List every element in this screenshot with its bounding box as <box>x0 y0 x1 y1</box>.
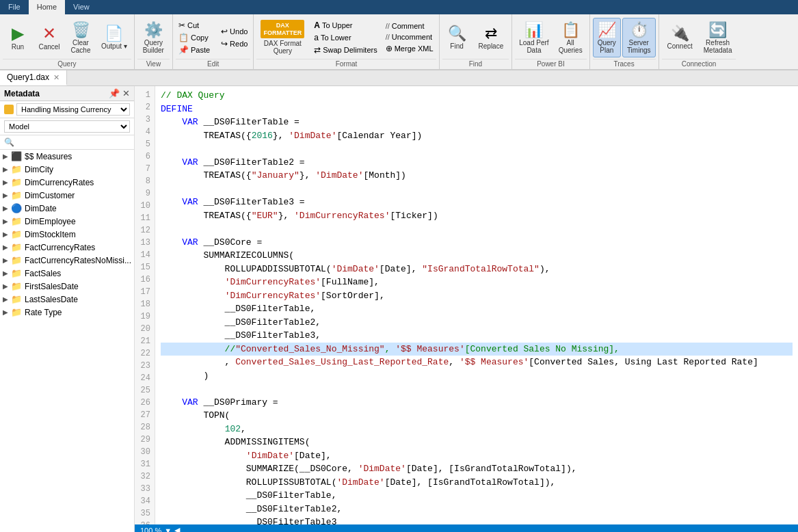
output-button[interactable]: 📄 Output ▾ <box>97 22 131 53</box>
clear-cache-icon: 🗑️ <box>72 21 90 39</box>
tree-expand-icon: ▶ <box>3 282 11 290</box>
undo-label: Undo <box>230 27 248 36</box>
tree-item-lastsalesdate[interactable]: ▶ 📁 LastSalesDate <box>0 293 134 306</box>
sidebar-perspective-dropdown[interactable]: Model <box>4 120 130 133</box>
code-line-17: __DS0FilterTable, <box>161 302 793 316</box>
code-editor[interactable]: 12345 678910 1112131415 1617181920 21222… <box>135 86 798 524</box>
connect-label: Connect <box>667 42 693 50</box>
search-icon: 🔍 <box>4 137 14 147</box>
replace-button[interactable]: ⇄ Replace <box>473 22 509 53</box>
connect-button[interactable]: 🔌 Connect <box>662 22 698 53</box>
tree-item-firstsalesdate[interactable]: ▶ 📁 FirstSalesDate <box>0 280 134 293</box>
sidebar-model-dropdown[interactable]: Handling Missing Currency <box>16 103 130 116</box>
sidebar-pin-icon[interactable]: 📌 <box>109 88 120 98</box>
sidebar-search-row: 🔍 <box>0 135 134 150</box>
query-builder-button[interactable]: ⚙️ QueryBuilder <box>137 18 170 57</box>
ribbon-group-format: DAXFORMATTER DAX FormatQuery A To Upper … <box>254 14 439 69</box>
app-container: File Home View ▶ Run ✕ Cancel 🗑️ ClearCa… <box>0 0 798 532</box>
editor-area: 12345 678910 1112131415 1617181920 21222… <box>135 86 798 532</box>
copy-button[interactable]: 📋 Copy <box>176 32 213 43</box>
query-builder-icon: ⚙️ <box>144 21 163 39</box>
tree-item-dimcity[interactable]: ▶ 📁 DimCity <box>0 163 134 176</box>
ribbon-group-find-label: Find <box>442 59 509 68</box>
redo-label: Redo <box>230 40 248 48</box>
find-icon: 🔍 <box>448 25 466 42</box>
all-queries-button[interactable]: 📋 AllQueries <box>555 18 587 57</box>
copy-label: Copy <box>191 34 209 42</box>
server-timings-label: ServerTimings <box>627 39 651 54</box>
ratetype-icon: 📁 <box>11 307 22 317</box>
ribbon-group-query: ▶ Run ✕ Cancel 🗑️ ClearCache 📄 Output ▾ … <box>0 14 135 69</box>
code-line-15: 'DimCurrencyRates'[FullName], <box>161 276 793 289</box>
code-line-16: 'DimCurrencyRates'[SortOrder], <box>161 289 793 303</box>
sidebar-search-input[interactable] <box>17 138 130 146</box>
sidebar: Metadata 📌 ✕ Handling Missing Currency M… <box>0 86 135 532</box>
clear-cache-button[interactable]: 🗑️ ClearCache <box>66 18 96 57</box>
paste-icon: 📌 <box>178 45 189 55</box>
tree-item-factcurrencyrates[interactable]: ▶ 📁 FactCurrencyRates <box>0 241 134 254</box>
refresh-metadata-button[interactable]: 🔄 RefreshMetadata <box>700 18 736 57</box>
merge-xml-label: Merge XML <box>395 44 434 53</box>
code-line-26: 102, <box>161 423 793 436</box>
code-line-14: ROLLUPADDISSUBTOTAL('DimDate'[Date], "Is… <box>161 263 793 276</box>
dax-format-icon: DAXFORMATTER <box>261 20 304 39</box>
redo-button[interactable]: ↪ Redo <box>218 38 250 49</box>
undo-button[interactable]: ↩ Undo <box>218 26 250 37</box>
load-perf-data-button[interactable]: 📊 Load PerfData <box>515 18 553 57</box>
uncomment-button[interactable]: // Uncomment <box>383 32 436 42</box>
to-upper-icon: A <box>314 21 320 30</box>
code-line-22: ) <box>161 369 793 383</box>
query-plan-icon: 📈 <box>598 21 616 39</box>
to-lower-button[interactable]: a To Lower <box>311 32 380 43</box>
output-label: Output ▾ <box>101 42 127 50</box>
sidebar-dropdown-row: Handling Missing Currency <box>0 101 134 118</box>
redo-icon: ↪ <box>221 39 228 49</box>
ribbon-group-connection: 🔌 Connect 🔄 RefreshMetadata Connection <box>659 14 739 69</box>
swap-delimiters-label: Swap Delimiters <box>323 46 377 54</box>
all-queries-icon: 📋 <box>561 21 580 39</box>
dax-format-button[interactable]: DAXFORMATTER DAX FormatQuery <box>256 17 308 58</box>
ribbon-group-view: ⚙️ QueryBuilder View <box>135 14 173 69</box>
ribbon-group-traces-label: Traces <box>593 59 656 68</box>
swap-delimiters-button[interactable]: ⇄ Swap Delimiters <box>311 44 380 55</box>
lastsalesdate-icon: 📁 <box>11 294 22 304</box>
tree-item-factcurrencyratesnomissing[interactable]: ▶ 📁 FactCurrencyRatesNoMissi... <box>0 254 134 267</box>
dimemployee-icon: 📁 <box>11 216 22 226</box>
query-plan-button[interactable]: 📈 QueryPlan <box>593 18 621 57</box>
zoom-dropdown-icon[interactable]: ▼ <box>164 527 172 533</box>
comment-button[interactable]: // Comment <box>383 21 436 31</box>
doc-tabs-bar: Query1.dax ✕ <box>0 70 798 86</box>
tab-view[interactable]: View <box>65 0 98 14</box>
tree-item-dimcurrencyrates[interactable]: ▶ 📁 DimCurrencyRates <box>0 176 134 189</box>
tree-expand-icon: ▶ <box>3 256 11 264</box>
tab-file[interactable]: File <box>0 0 29 14</box>
doc-tab-close[interactable]: ✕ <box>53 73 59 82</box>
ribbon-group-find: 🔍 Find ⇄ Replace Find <box>440 14 513 69</box>
sidebar-close-icon[interactable]: ✕ <box>122 88 130 98</box>
scroll-left-icon[interactable]: ◀ <box>174 526 180 532</box>
load-perf-data-label: Load PerfData <box>519 39 548 54</box>
cancel-button[interactable]: ✕ Cancel <box>34 21 64 53</box>
tree-expand-icon: ▶ <box>3 295 11 303</box>
sidebar-dropdown-color <box>4 105 14 114</box>
cut-button[interactable]: ✂ Cut <box>176 20 213 31</box>
tree-item-dimstockitem[interactable]: ▶ 📁 DimStockItem <box>0 228 134 241</box>
code-content[interactable]: // DAX Query DEFINE VAR __DS0FilterTable… <box>155 86 798 524</box>
doc-tab-query1[interactable]: Query1.dax ✕ <box>0 70 67 85</box>
tree-item-dimdate[interactable]: ▶ 🔵 DimDate <box>0 202 134 215</box>
server-timings-button[interactable]: ⏱️ ServerTimings <box>622 18 656 57</box>
merge-xml-button[interactable]: ⊕ Merge XML <box>383 43 436 54</box>
tree-expand-icon: ▶ <box>3 217 11 225</box>
tab-home[interactable]: Home <box>29 0 65 14</box>
tree-item-factsales[interactable]: ▶ 📁 FactSales <box>0 267 134 280</box>
tree-item-measures[interactable]: ▶ ⬛ $$ Measures <box>0 150 134 163</box>
tree-item-ratetype[interactable]: ▶ 📁 Rate Type <box>0 306 134 319</box>
run-button[interactable]: ▶ Run <box>3 21 33 53</box>
tree-item-dimcustomer[interactable]: ▶ 📁 DimCustomer <box>0 189 134 202</box>
find-button[interactable]: 🔍 Find <box>442 22 472 53</box>
to-upper-button[interactable]: A To Upper <box>311 20 380 31</box>
dimemployee-label: DimEmployee <box>25 217 76 226</box>
tree-item-dimemployee[interactable]: ▶ 📁 DimEmployee <box>0 215 134 228</box>
paste-button[interactable]: 📌 Paste <box>176 44 213 55</box>
run-icon: ▶ <box>12 24 24 43</box>
